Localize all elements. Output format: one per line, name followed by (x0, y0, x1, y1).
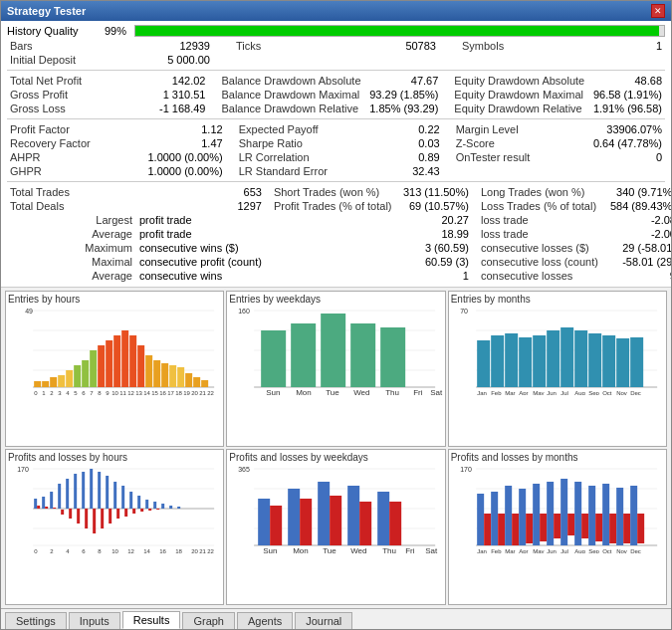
svg-text:Fri: Fri (405, 546, 415, 553)
maximal-consec-profit-sublabel: consecutive profit (count) (136, 255, 265, 269)
tab-journal[interactable]: Journal (295, 612, 352, 629)
svg-text:Jul: Jul (560, 548, 568, 553)
balance-drawdown-maximal-label: Balance Drawdown Maximal (218, 88, 365, 102)
svg-rect-161 (602, 335, 615, 387)
svg-rect-84 (140, 509, 143, 512)
svg-text:170: 170 (460, 466, 472, 473)
svg-rect-16 (113, 335, 120, 387)
svg-rect-20 (145, 355, 152, 387)
svg-rect-78 (116, 509, 119, 519)
svg-rect-66 (69, 509, 72, 519)
svg-rect-17 (121, 330, 128, 387)
profits-by-hours-title: Profits and losses by hours (8, 452, 221, 463)
svg-rect-11 (74, 365, 81, 387)
svg-text:7: 7 (90, 390, 94, 395)
max-consec-wins-sublabel: consecutive wins ($) (136, 241, 265, 255)
tab-agents[interactable]: Agents (237, 612, 293, 629)
svg-rect-201 (609, 514, 616, 543)
total-deals-value: 1297 (136, 199, 265, 213)
svg-text:12: 12 (127, 548, 134, 553)
z-score-label: Z-Score (453, 136, 587, 150)
trades-table: Total Trades 653 Short Trades (won %) 31… (7, 185, 671, 283)
svg-text:18: 18 (175, 548, 182, 553)
svg-rect-10 (66, 370, 73, 387)
svg-text:16: 16 (159, 548, 166, 553)
entries-by-hours-chart: Entries by hours 49 (5, 291, 224, 447)
profit-trades-value: 69 (10.57%) (400, 199, 472, 213)
entries-by-months-title: Entries by months (451, 294, 664, 305)
close-button[interactable]: ✕ (651, 4, 665, 18)
equity-drawdown-maximal-label: Equity Drawdown Maximal (451, 88, 589, 102)
strategy-tester-window: Strategy Tester ✕ History Quality 99% Ba… (0, 0, 672, 630)
svg-text:Thu: Thu (382, 546, 396, 553)
symbols-value: 1 (593, 39, 665, 53)
svg-rect-187 (512, 514, 519, 545)
svg-text:Wed: Wed (350, 546, 366, 553)
sharpe-ratio-value: 0.03 (370, 136, 443, 150)
entries-by-weekdays-chart: Entries by weekdays 160 Sun (226, 291, 445, 447)
svg-rect-204 (630, 486, 637, 545)
svg-rect-130 (270, 506, 282, 545)
svg-text:9: 9 (106, 390, 110, 395)
svg-text:21: 21 (199, 548, 206, 553)
gross-loss-label: Gross Loss (7, 102, 138, 115)
bars-label: Bars (7, 39, 141, 53)
svg-rect-199 (595, 514, 602, 541)
chart-col-3: Entries by months 70 (448, 291, 667, 605)
profits-by-weekdays-chart: Profits and losses by weekdays 365 (226, 449, 445, 605)
bars-ticks-table: Bars 12939 Ticks 50783 Symbols 1 Initial… (7, 39, 665, 67)
tab-settings[interactable]: Settings (5, 612, 67, 629)
svg-text:160: 160 (238, 308, 250, 315)
svg-rect-188 (519, 489, 526, 545)
balance-drawdown-relative-value: 1.85% (93.29) (365, 102, 441, 115)
svg-rect-9 (58, 375, 65, 387)
svg-rect-75 (106, 476, 109, 509)
svg-text:13: 13 (135, 390, 142, 395)
svg-rect-89 (161, 504, 164, 509)
main-content: History Quality 99% Bars 12939 Ticks 507… (1, 21, 671, 629)
max-consec-losses-sublabel-label: consecutive losses ($) (478, 241, 607, 255)
lr-std-error-label: LR Standard Error (236, 164, 370, 178)
svg-rect-154 (505, 333, 518, 387)
svg-rect-81 (129, 492, 132, 509)
svg-rect-113 (321, 314, 345, 387)
svg-rect-71 (90, 469, 93, 509)
svg-rect-65 (66, 479, 69, 509)
svg-rect-82 (132, 509, 135, 514)
svg-rect-196 (574, 482, 581, 545)
profit-trades-label: Profit Trades (% of total) (271, 199, 400, 213)
average-consec-losses-sublabel-label: consecutive losses (478, 269, 607, 283)
entries-by-months-chart: Entries by months 70 (448, 291, 667, 447)
tab-graph[interactable]: Graph (182, 612, 235, 629)
svg-text:Apr: Apr (519, 548, 528, 553)
svg-text:Fri: Fri (413, 388, 423, 395)
ticks-value: 50783 (367, 39, 439, 53)
svg-text:10: 10 (112, 390, 118, 395)
svg-text:Sun: Sun (263, 546, 277, 553)
tab-inputs[interactable]: Inputs (69, 612, 120, 629)
svg-rect-132 (300, 499, 312, 545)
chart-col-2: Entries by weekdays 160 Sun (226, 291, 445, 605)
balance-drawdown-absolute-label: Balance Drawdown Absolute (218, 74, 365, 88)
entries-by-weekdays-title: Entries by weekdays (229, 294, 442, 305)
loss-trades-label: Loss Trades (% of total) (478, 199, 607, 213)
svg-rect-203 (623, 514, 630, 543)
svg-rect-83 (137, 496, 140, 509)
svg-text:20: 20 (191, 548, 198, 553)
svg-rect-197 (581, 514, 588, 538)
svg-rect-185 (498, 514, 505, 545)
svg-text:2: 2 (50, 548, 54, 553)
initial-deposit-value: 5 000.00 (141, 53, 213, 67)
svg-text:70: 70 (460, 308, 468, 315)
tab-results[interactable]: Results (122, 611, 181, 629)
total-net-profit-label: Total Net Profit (7, 74, 138, 88)
expected-payoff-label: Expected Payoff (236, 122, 370, 136)
ahpr-value: 1.0000 (0.00%) (141, 150, 225, 164)
svg-text:May: May (533, 390, 544, 395)
svg-rect-59 (42, 497, 45, 509)
total-net-profit-value: 142.02 (138, 74, 209, 88)
max-consec-wins-value: 3 (60.59) (400, 241, 472, 255)
loss-trade-label: loss trade (478, 213, 607, 227)
maximal-consec-loss-value: -58.01 (29) (607, 255, 671, 269)
margin-level-label: Margin Level (453, 122, 587, 136)
